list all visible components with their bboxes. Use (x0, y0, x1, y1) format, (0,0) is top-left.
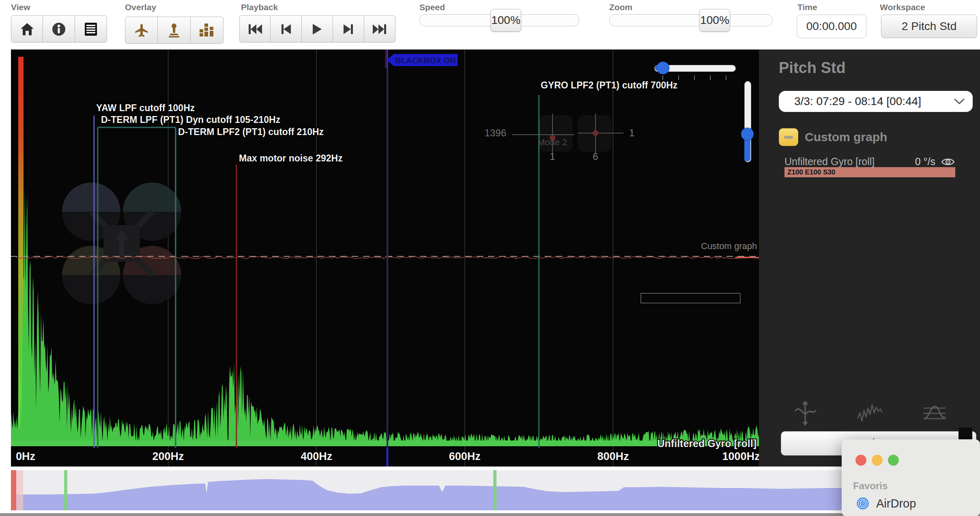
axis-tick-label: 600Hz (449, 450, 481, 462)
minimize-window-button[interactable] (872, 455, 883, 466)
overlay-group-label: Overlay (125, 2, 156, 12)
traffic-lights (855, 455, 899, 466)
remove-graph-button[interactable] (779, 128, 798, 146)
time-display[interactable]: 00:00.000 (797, 15, 866, 38)
plot-custom-graph-label: Custom graph (701, 241, 757, 251)
zoom-group-label: Zoom (609, 2, 632, 12)
fft-spectrum (11, 185, 759, 446)
graph-tools-row (793, 401, 947, 426)
speed-group-label: Speed (419, 2, 445, 12)
log-range-value: 3/3: 07:29 - 08:14 [00:44] (794, 95, 921, 108)
zoom-window-button[interactable] (888, 455, 899, 466)
analyser-zoom-x-ticks (660, 75, 733, 81)
zoom-value: 100% (700, 14, 729, 27)
overlay-button-group (125, 17, 224, 44)
play-icon (312, 24, 322, 35)
jump-start-button[interactable] (239, 15, 271, 43)
skip-to-start-icon (248, 24, 262, 34)
analyser-zoom-x-handle[interactable] (657, 62, 669, 74)
timeline-in-fade (16, 470, 23, 510)
toolbar: View (0, 0, 980, 49)
marker-label: D-TERM LPF (PT1) Dyn cutoff 105-210Hz (101, 114, 280, 125)
spectrum-canvas: YAW LPF cutoff 100HzD-TERM LPF (PT1) Dyn… (11, 49, 759, 467)
finder-window[interactable]: Favoris AirDrop (842, 439, 980, 516)
workspace-button[interactable]: 2 Pitch Std (881, 15, 977, 38)
custom-graph-header: Custom graph (779, 128, 887, 146)
home-icon (20, 23, 34, 36)
info-view-button[interactable] (43, 15, 75, 43)
view-button-group (11, 15, 107, 43)
selection-rect (641, 293, 740, 303)
finder-favorites-label: Favoris (853, 480, 888, 492)
home-view-button[interactable] (11, 15, 43, 43)
workspace-title: Pitch Std (779, 59, 846, 77)
skip-to-end-icon (373, 24, 387, 34)
throttle-value: 1396 (485, 127, 506, 138)
timeline-event-marker (493, 470, 496, 510)
svg-text:6: 6 (593, 151, 598, 162)
timeline-event-marker (64, 470, 67, 510)
field-name: Unfiltered Gyro [roll] (784, 156, 875, 168)
chevron-down-icon (954, 98, 965, 105)
craft-overlay (62, 183, 181, 304)
axis-tick-label: 400Hz (301, 450, 332, 462)
axis-tick-label: 800Hz (597, 450, 629, 462)
timeline-canvas (11, 470, 971, 510)
zoom-vertical-icon[interactable] (793, 401, 817, 426)
log-list-button[interactable] (75, 15, 107, 43)
speed-slider-handle[interactable]: 100% (490, 9, 521, 32)
axis-tick-label: 1000Hz (722, 450, 759, 462)
svg-text:1: 1 (629, 127, 634, 138)
speed-value: 100% (491, 14, 520, 27)
zoom-slider-handle[interactable]: 100% (699, 9, 730, 32)
airdrop-icon (856, 497, 869, 510)
series-label: Unfiltered Gyro [roll] (658, 438, 756, 449)
custom-graph-label: Custom graph (805, 130, 887, 144)
svg-text:BLACKBOX ON: BLACKBOX ON (395, 56, 456, 65)
svg-text:1: 1 (550, 151, 555, 162)
mode-label: Mode 2 (537, 137, 567, 147)
analyser-overlay-button[interactable] (191, 17, 224, 44)
timeline-start-marker (11, 470, 16, 510)
spectrum-bars-icon (199, 24, 215, 37)
jump-end-button[interactable] (364, 15, 395, 43)
time-group-label: Time (797, 2, 817, 12)
time-value: 00:00.000 (806, 20, 857, 33)
step-back-icon (281, 24, 291, 34)
stick-overlay: 1396Mode 2161 (485, 114, 635, 162)
raw-trace-icon[interactable] (857, 401, 883, 426)
marker-label: GYRO LPF2 (PT1) cutoff 700Hz (541, 80, 677, 90)
workspace-value: 2 Pitch Std (902, 20, 956, 33)
eye-icon[interactable] (941, 157, 955, 167)
minus-icon (784, 136, 793, 139)
finder-airdrop-item[interactable]: AirDrop (856, 497, 916, 510)
sticks-overlay-button[interactable] (158, 17, 191, 44)
graph-field-row: Unfiltered Gyro [roll] 0 °/s (784, 156, 955, 168)
blackbox-explorer-app: View (0, 0, 980, 516)
list-icon (84, 22, 97, 36)
view-group-label: View (11, 2, 30, 12)
field-value: 0 °/s (915, 156, 935, 168)
log-sidebar: Pitch Std 3/3: 07:29 - 08:14 [00:44] Cus… (759, 49, 980, 467)
bottom-scrollbar[interactable] (0, 513, 980, 516)
airdrop-label: AirDrop (876, 497, 916, 510)
marker-label: YAW LPF cutoff 100Hz (96, 103, 195, 113)
analyser-zoom-y-handle[interactable] (741, 128, 754, 140)
craft-overlay-button[interactable] (125, 17, 158, 44)
joystick-icon (167, 23, 181, 38)
zoom-slider-track[interactable] (609, 14, 773, 26)
spectrum-plot[interactable]: YAW LPF cutoff 100HzD-TERM LPF (PT1) Dyn… (11, 49, 759, 467)
close-window-button[interactable] (855, 455, 866, 466)
info-icon (52, 22, 66, 36)
axis-tick-label: 0Hz (16, 450, 35, 462)
step-forward-button[interactable] (333, 15, 364, 43)
expo-curve-icon[interactable] (922, 401, 947, 426)
field-scale-badge[interactable]: Z100 E100 S30 (784, 167, 955, 177)
log-timeline[interactable] (11, 470, 971, 510)
marker-label: Max motor noise 292Hz (239, 153, 343, 163)
step-forward-icon (344, 24, 353, 34)
step-back-button[interactable] (271, 15, 302, 43)
log-range-select[interactable]: 3/3: 07:29 - 08:14 [00:44] (779, 91, 973, 112)
playback-group-label: Playback (241, 2, 278, 12)
play-button[interactable] (302, 15, 333, 43)
